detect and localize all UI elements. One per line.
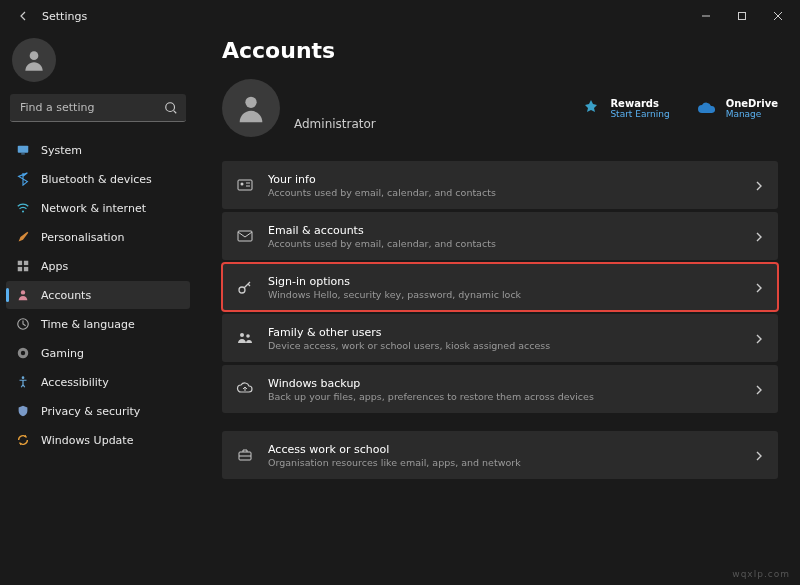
nav-label: Bluetooth & devices bbox=[41, 173, 152, 186]
svg-rect-4 bbox=[21, 154, 25, 155]
card-email-accounts[interactable]: Email & accountsAccounts used by email, … bbox=[222, 212, 778, 260]
nav-label: Personalisation bbox=[41, 231, 124, 244]
card-sub: Windows Hello, security key, password, d… bbox=[268, 289, 754, 300]
nav-label: Accounts bbox=[41, 289, 91, 302]
page-title: Accounts bbox=[222, 38, 778, 63]
nav-label: Windows Update bbox=[41, 434, 133, 447]
nav-accounts[interactable]: Accounts bbox=[6, 281, 190, 309]
card-work-school[interactable]: Access work or schoolOrganisation resour… bbox=[222, 431, 778, 479]
system-icon bbox=[16, 143, 30, 157]
card-your-info[interactable]: Your infoAccounts used by email, calenda… bbox=[222, 161, 778, 209]
svg-rect-0 bbox=[739, 13, 746, 20]
card-title: Access work or school bbox=[268, 443, 754, 456]
card-sub: Accounts used by email, calendar, and co… bbox=[268, 238, 754, 249]
gaming-icon bbox=[16, 346, 30, 360]
card-title: Windows backup bbox=[268, 377, 754, 390]
backup-icon bbox=[236, 380, 254, 398]
apps-icon bbox=[16, 259, 30, 273]
brush-icon bbox=[16, 230, 30, 244]
profile-row: Administrator RewardsStart Earning OneDr… bbox=[222, 79, 778, 137]
shield-icon bbox=[16, 404, 30, 418]
svg-point-10 bbox=[21, 290, 25, 294]
chevron-right-icon bbox=[754, 278, 764, 297]
watermark: wqxlp.com bbox=[732, 569, 790, 579]
rewards-icon bbox=[580, 97, 602, 119]
nav-label: Apps bbox=[41, 260, 68, 273]
svg-point-14 bbox=[22, 376, 25, 379]
accessibility-icon bbox=[16, 375, 30, 389]
id-card-icon bbox=[236, 176, 254, 194]
titlebar: Settings bbox=[0, 0, 800, 32]
bluetooth-icon bbox=[16, 172, 30, 186]
onedrive-promo[interactable]: OneDriveManage bbox=[696, 97, 778, 119]
user-avatar[interactable] bbox=[12, 38, 56, 82]
nav-gaming[interactable]: Gaming bbox=[6, 339, 190, 367]
people-icon bbox=[236, 329, 254, 347]
profile-avatar[interactable] bbox=[222, 79, 280, 137]
svg-point-13 bbox=[21, 351, 25, 355]
svg-rect-8 bbox=[18, 267, 22, 271]
profile-name: Administrator bbox=[294, 117, 376, 137]
minimize-button[interactable] bbox=[688, 2, 724, 30]
promo-sub: Start Earning bbox=[610, 109, 669, 119]
chevron-right-icon bbox=[754, 446, 764, 465]
chevron-right-icon bbox=[754, 329, 764, 348]
card-sign-in-options[interactable]: Sign-in optionsWindows Hello, security k… bbox=[222, 263, 778, 311]
wifi-icon bbox=[16, 201, 30, 215]
nav-privacy[interactable]: Privacy & security bbox=[6, 397, 190, 425]
svg-rect-9 bbox=[24, 267, 28, 271]
promo-sub: Manage bbox=[726, 109, 778, 119]
mail-icon bbox=[236, 227, 254, 245]
svg-rect-7 bbox=[24, 261, 28, 265]
nav-personalisation[interactable]: Personalisation bbox=[6, 223, 190, 251]
cloud-icon bbox=[696, 97, 718, 119]
card-sub: Accounts used by email, calendar, and co… bbox=[268, 187, 754, 198]
card-sub: Device access, work or school users, kio… bbox=[268, 340, 754, 351]
nav-system[interactable]: System bbox=[6, 136, 190, 164]
briefcase-icon bbox=[236, 446, 254, 464]
svg-rect-18 bbox=[238, 231, 252, 241]
svg-rect-16 bbox=[238, 180, 252, 190]
card-sub: Organisation resources like email, apps,… bbox=[268, 457, 754, 468]
nav-label: Gaming bbox=[41, 347, 84, 360]
promo-title: Rewards bbox=[610, 98, 669, 109]
nav-windows-update[interactable]: Windows Update bbox=[6, 426, 190, 454]
clock-icon bbox=[16, 317, 30, 331]
card-title: Family & other users bbox=[268, 326, 754, 339]
card-windows-backup[interactable]: Windows backupBack up your files, apps, … bbox=[222, 365, 778, 413]
nav-network[interactable]: Network & internet bbox=[6, 194, 190, 222]
update-icon bbox=[16, 433, 30, 447]
svg-rect-3 bbox=[18, 146, 29, 153]
svg-point-17 bbox=[241, 183, 244, 186]
nav-bluetooth[interactable]: Bluetooth & devices bbox=[6, 165, 190, 193]
nav-time-language[interactable]: Time & language bbox=[6, 310, 190, 338]
svg-point-2 bbox=[166, 103, 175, 112]
rewards-promo[interactable]: RewardsStart Earning bbox=[580, 97, 669, 119]
search-input[interactable] bbox=[10, 94, 186, 122]
svg-point-20 bbox=[240, 333, 244, 337]
back-button[interactable] bbox=[14, 6, 34, 26]
promo-title: OneDrive bbox=[726, 98, 778, 109]
card-family-users[interactable]: Family & other usersDevice access, work … bbox=[222, 314, 778, 362]
card-sub: Back up your files, apps, preferences to… bbox=[268, 391, 754, 402]
svg-rect-6 bbox=[18, 261, 22, 265]
chevron-right-icon bbox=[754, 227, 764, 246]
app-title: Settings bbox=[42, 10, 87, 23]
nav-label: Time & language bbox=[41, 318, 135, 331]
search-icon bbox=[164, 100, 178, 119]
card-title: Sign-in options bbox=[268, 275, 754, 288]
svg-point-1 bbox=[30, 51, 39, 60]
close-button[interactable] bbox=[760, 2, 796, 30]
maximize-button[interactable] bbox=[724, 2, 760, 30]
chevron-right-icon bbox=[754, 380, 764, 399]
chevron-right-icon bbox=[754, 176, 764, 195]
main-content: Accounts Administrator RewardsStart Earn… bbox=[196, 32, 800, 585]
nav-label: System bbox=[41, 144, 82, 157]
nav-accessibility[interactable]: Accessibility bbox=[6, 368, 190, 396]
nav-apps[interactable]: Apps bbox=[6, 252, 190, 280]
sidebar: System Bluetooth & devices Network & int… bbox=[0, 32, 196, 585]
nav-label: Network & internet bbox=[41, 202, 146, 215]
svg-point-5 bbox=[22, 210, 24, 212]
settings-cards: Your infoAccounts used by email, calenda… bbox=[222, 161, 778, 479]
svg-point-15 bbox=[245, 97, 256, 108]
